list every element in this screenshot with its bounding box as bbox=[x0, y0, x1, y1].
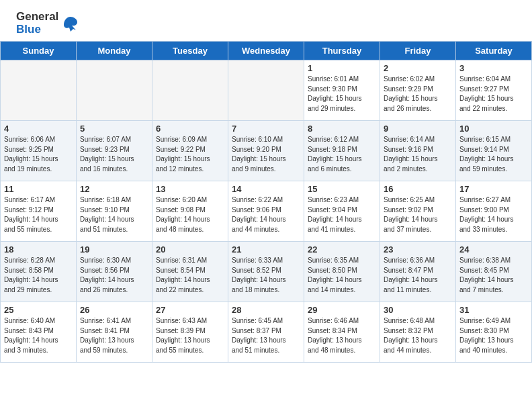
day-info: Sunrise: 6:25 AMSunset: 9:02 PMDaylight:… bbox=[384, 195, 452, 234]
calendar-cell: 20Sunrise: 6:31 AMSunset: 8:54 PMDayligh… bbox=[152, 242, 228, 302]
day-info: Sunrise: 6:27 AMSunset: 9:00 PMDaylight:… bbox=[459, 195, 528, 234]
calendar-cell: 12Sunrise: 6:18 AMSunset: 9:10 PMDayligh… bbox=[77, 181, 152, 242]
weekday-header-friday: Friday bbox=[380, 42, 456, 60]
day-number: 10 bbox=[459, 124, 528, 134]
day-info: Sunrise: 6:43 AMSunset: 8:39 PMDaylight:… bbox=[156, 316, 224, 355]
day-number: 28 bbox=[232, 305, 300, 315]
weekday-header-row: SundayMondayTuesdayWednesdayThursdayFrid… bbox=[1, 42, 532, 60]
calendar-cell: 28Sunrise: 6:45 AMSunset: 8:37 PMDayligh… bbox=[228, 302, 304, 363]
calendar-cell: 14Sunrise: 6:22 AMSunset: 9:06 PMDayligh… bbox=[228, 181, 304, 242]
day-info: Sunrise: 6:12 AMSunset: 9:18 PMDaylight:… bbox=[308, 135, 376, 174]
day-number: 15 bbox=[308, 184, 376, 194]
day-info: Sunrise: 6:23 AMSunset: 9:04 PMDaylight:… bbox=[308, 195, 376, 234]
calendar-cell: 3Sunrise: 6:04 AMSunset: 9:27 PMDaylight… bbox=[456, 60, 532, 121]
day-info: Sunrise: 6:49 AMSunset: 8:30 PMDaylight:… bbox=[459, 316, 528, 355]
calendar-cell: 15Sunrise: 6:23 AMSunset: 9:04 PMDayligh… bbox=[304, 181, 380, 242]
day-info: Sunrise: 6:30 AMSunset: 8:56 PMDaylight:… bbox=[80, 256, 148, 295]
calendar-cell: 19Sunrise: 6:30 AMSunset: 8:56 PMDayligh… bbox=[77, 242, 152, 302]
calendar-cell: 7Sunrise: 6:10 AMSunset: 9:20 PMDaylight… bbox=[228, 121, 304, 181]
day-number: 19 bbox=[80, 244, 148, 255]
day-info: Sunrise: 6:46 AMSunset: 8:34 PMDaylight:… bbox=[308, 316, 376, 355]
calendar-cell: 17Sunrise: 6:27 AMSunset: 9:00 PMDayligh… bbox=[456, 181, 532, 242]
logo: General Blue bbox=[16, 11, 80, 36]
calendar-cell: 31Sunrise: 6:49 AMSunset: 8:30 PMDayligh… bbox=[456, 302, 532, 363]
calendar-cell bbox=[77, 60, 152, 121]
day-number: 11 bbox=[4, 184, 73, 194]
day-info: Sunrise: 6:09 AMSunset: 9:22 PMDaylight:… bbox=[156, 135, 224, 174]
week-row-3: 11Sunrise: 6:17 AMSunset: 9:12 PMDayligh… bbox=[1, 181, 532, 242]
day-info: Sunrise: 6:45 AMSunset: 8:37 PMDaylight:… bbox=[232, 316, 300, 355]
day-info: Sunrise: 6:38 AMSunset: 8:45 PMDaylight:… bbox=[459, 256, 528, 295]
calendar-cell bbox=[1, 60, 77, 121]
week-row-1: 1Sunrise: 6:01 AMSunset: 9:30 PMDaylight… bbox=[1, 60, 532, 121]
logo-bird-icon bbox=[61, 14, 80, 33]
day-info: Sunrise: 6:35 AMSunset: 8:50 PMDaylight:… bbox=[308, 256, 376, 295]
day-number: 13 bbox=[156, 184, 224, 194]
calendar-cell: 16Sunrise: 6:25 AMSunset: 9:02 PMDayligh… bbox=[380, 181, 456, 242]
calendar-cell: 22Sunrise: 6:35 AMSunset: 8:50 PMDayligh… bbox=[304, 242, 380, 302]
logo-general: General bbox=[16, 11, 58, 24]
day-info: Sunrise: 6:18 AMSunset: 9:10 PMDaylight:… bbox=[80, 195, 148, 234]
day-info: Sunrise: 6:15 AMSunset: 9:14 PMDaylight:… bbox=[459, 135, 528, 174]
logo-blue: Blue bbox=[16, 24, 58, 36]
calendar-cell: 4Sunrise: 6:06 AMSunset: 9:25 PMDaylight… bbox=[1, 121, 77, 181]
day-number: 25 bbox=[4, 305, 73, 315]
week-row-4: 18Sunrise: 6:28 AMSunset: 8:58 PMDayligh… bbox=[1, 242, 532, 302]
day-info: Sunrise: 6:01 AMSunset: 9:30 PMDaylight:… bbox=[308, 75, 376, 113]
week-row-5: 25Sunrise: 6:40 AMSunset: 8:43 PMDayligh… bbox=[1, 302, 532, 363]
calendar-cell: 21Sunrise: 6:33 AMSunset: 8:52 PMDayligh… bbox=[228, 242, 304, 302]
day-number: 17 bbox=[459, 184, 528, 194]
day-info: Sunrise: 6:33 AMSunset: 8:52 PMDaylight:… bbox=[232, 256, 300, 295]
calendar-cell: 23Sunrise: 6:36 AMSunset: 8:47 PMDayligh… bbox=[380, 242, 456, 302]
day-number: 18 bbox=[4, 244, 73, 255]
day-info: Sunrise: 6:06 AMSunset: 9:25 PMDaylight:… bbox=[4, 135, 73, 174]
day-number: 3 bbox=[459, 63, 528, 73]
day-number: 6 bbox=[156, 124, 224, 134]
calendar-cell: 5Sunrise: 6:07 AMSunset: 9:23 PMDaylight… bbox=[77, 121, 152, 181]
day-info: Sunrise: 6:40 AMSunset: 8:43 PMDaylight:… bbox=[4, 316, 73, 355]
calendar-cell: 6Sunrise: 6:09 AMSunset: 9:22 PMDaylight… bbox=[152, 121, 228, 181]
calendar-cell: 29Sunrise: 6:46 AMSunset: 8:34 PMDayligh… bbox=[304, 302, 380, 363]
day-info: Sunrise: 6:48 AMSunset: 8:32 PMDaylight:… bbox=[384, 316, 452, 355]
day-info: Sunrise: 6:07 AMSunset: 9:23 PMDaylight:… bbox=[80, 135, 148, 174]
day-number: 31 bbox=[459, 305, 528, 315]
day-number: 26 bbox=[80, 305, 148, 315]
calendar-cell: 8Sunrise: 6:12 AMSunset: 9:18 PMDaylight… bbox=[304, 121, 380, 181]
day-number: 22 bbox=[308, 244, 376, 255]
day-info: Sunrise: 6:04 AMSunset: 9:27 PMDaylight:… bbox=[459, 75, 528, 113]
calendar-cell: 13Sunrise: 6:20 AMSunset: 9:08 PMDayligh… bbox=[152, 181, 228, 242]
calendar-cell: 24Sunrise: 6:38 AMSunset: 8:45 PMDayligh… bbox=[456, 242, 532, 302]
weekday-header-monday: Monday bbox=[77, 42, 152, 60]
day-number: 8 bbox=[308, 124, 376, 134]
calendar-cell bbox=[228, 60, 304, 121]
day-number: 2 bbox=[384, 63, 452, 73]
day-number: 9 bbox=[384, 124, 452, 134]
day-info: Sunrise: 6:28 AMSunset: 8:58 PMDaylight:… bbox=[4, 256, 73, 295]
day-number: 14 bbox=[232, 184, 300, 194]
day-number: 7 bbox=[232, 124, 300, 134]
day-number: 5 bbox=[80, 124, 148, 134]
day-number: 4 bbox=[4, 124, 73, 134]
week-row-2: 4Sunrise: 6:06 AMSunset: 9:25 PMDaylight… bbox=[1, 121, 532, 181]
weekday-header-wednesday: Wednesday bbox=[228, 42, 304, 60]
day-info: Sunrise: 6:17 AMSunset: 9:12 PMDaylight:… bbox=[4, 195, 73, 234]
calendar-cell: 9Sunrise: 6:14 AMSunset: 9:16 PMDaylight… bbox=[380, 121, 456, 181]
weekday-header-tuesday: Tuesday bbox=[152, 42, 228, 60]
calendar-cell: 11Sunrise: 6:17 AMSunset: 9:12 PMDayligh… bbox=[1, 181, 77, 242]
calendar-cell: 18Sunrise: 6:28 AMSunset: 8:58 PMDayligh… bbox=[1, 242, 77, 302]
day-info: Sunrise: 6:22 AMSunset: 9:06 PMDaylight:… bbox=[232, 195, 300, 234]
day-info: Sunrise: 6:31 AMSunset: 8:54 PMDaylight:… bbox=[156, 256, 224, 295]
day-info: Sunrise: 6:10 AMSunset: 9:20 PMDaylight:… bbox=[232, 135, 300, 174]
day-number: 30 bbox=[384, 305, 452, 315]
day-number: 21 bbox=[232, 244, 300, 255]
day-number: 20 bbox=[156, 244, 224, 255]
header: General Blue bbox=[0, 0, 532, 41]
calendar-cell: 25Sunrise: 6:40 AMSunset: 8:43 PMDayligh… bbox=[1, 302, 77, 363]
day-info: Sunrise: 6:36 AMSunset: 8:47 PMDaylight:… bbox=[384, 256, 452, 295]
day-info: Sunrise: 6:14 AMSunset: 9:16 PMDaylight:… bbox=[384, 135, 452, 174]
day-number: 16 bbox=[384, 184, 452, 194]
calendar-cell: 30Sunrise: 6:48 AMSunset: 8:32 PMDayligh… bbox=[380, 302, 456, 363]
calendar-cell: 10Sunrise: 6:15 AMSunset: 9:14 PMDayligh… bbox=[456, 121, 532, 181]
weekday-header-sunday: Sunday bbox=[1, 42, 77, 60]
day-number: 23 bbox=[384, 244, 452, 255]
